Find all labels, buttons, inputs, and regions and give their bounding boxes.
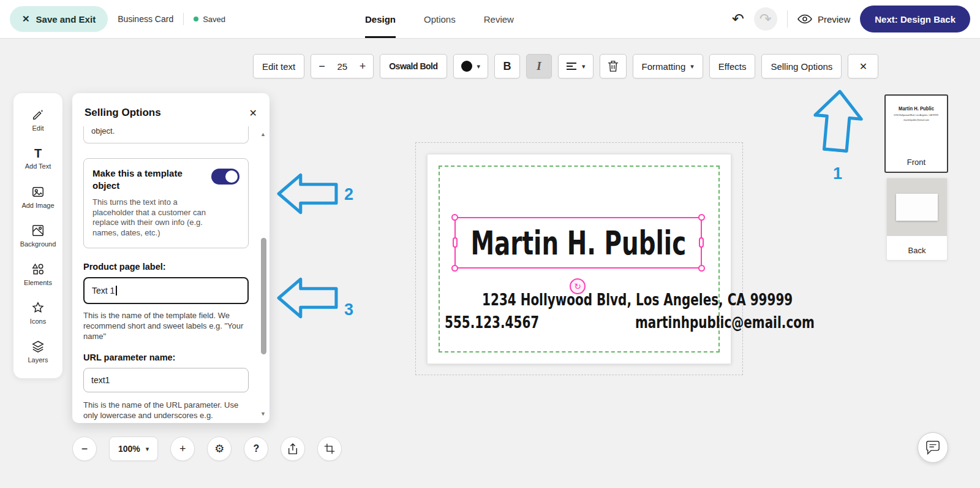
- sidebar-item-label: Add Text: [25, 162, 51, 170]
- resize-handle-bottom-left[interactable]: [451, 265, 458, 272]
- front-side-thumbnail[interactable]: Martin H. Public 1234 Hollywood Blvd, Lo…: [884, 94, 948, 173]
- panel-header: Selling Options ✕: [72, 93, 270, 119]
- template-object-card: Make this a template object This turns t…: [83, 158, 249, 248]
- bold-button[interactable]: B: [494, 54, 520, 78]
- preview-label: Preview: [818, 14, 850, 25]
- chat-widget-button[interactable]: [918, 432, 948, 463]
- resize-handle-middle-right[interactable]: [699, 237, 704, 248]
- help-button[interactable]: ?: [244, 437, 268, 461]
- eye-icon: [797, 14, 812, 24]
- card-address-line[interactable]: 1234 Hollywood Blvd, Los Angeles, CA 999…: [428, 290, 731, 309]
- sidebar-item-label: Add Image: [21, 202, 54, 209]
- product-page-label-value: Text 1: [92, 286, 115, 295]
- annotation-number-1: 1: [833, 164, 842, 183]
- settings-button[interactable]: ⚙: [207, 437, 232, 461]
- product-page-label-label: Product page label:: [83, 262, 249, 272]
- sidebar-item-label: Icons: [30, 318, 46, 325]
- tools-sidebar: Edit T Add Text Add Image Background Ele…: [13, 93, 62, 378]
- font-size-value[interactable]: 25: [335, 61, 350, 72]
- saved-label: Saved: [203, 15, 225, 24]
- redo-button[interactable]: ↷: [754, 7, 777, 31]
- header-divider-2: [787, 10, 788, 28]
- header: ✕ Save and Exit Business Card Saved Desi…: [0, 0, 980, 38]
- scrollbar-up-icon[interactable]: ▲: [260, 131, 266, 137]
- card-contact-line[interactable]: 555.123.4567 martinhpublic@email.com: [428, 313, 731, 332]
- share-icon: [287, 443, 298, 455]
- delete-button[interactable]: [600, 54, 627, 78]
- tab-design[interactable]: Design: [365, 0, 396, 38]
- zoom-out-button[interactable]: −: [72, 437, 97, 461]
- thumb-front-address: 1234 Hollywood Blvd, Los Angeles, CA 999…: [894, 113, 938, 116]
- share-button[interactable]: [281, 437, 305, 461]
- resize-handle-bottom-right[interactable]: [698, 265, 705, 272]
- font-size-decrease-button[interactable]: −: [318, 60, 325, 73]
- layers-icon: [31, 340, 45, 353]
- sidebar-item-icons[interactable]: Icons: [13, 294, 62, 332]
- sidebar-item-add-image[interactable]: Add Image: [13, 178, 62, 216]
- edit-text-button[interactable]: Edit text: [253, 54, 304, 78]
- saved-dot-icon: [194, 17, 198, 21]
- zoom-in-button[interactable]: +: [170, 437, 195, 461]
- plus-icon: +: [179, 443, 186, 456]
- sidebar-item-layers[interactable]: Layers: [13, 332, 62, 371]
- minus-icon: −: [81, 443, 88, 456]
- chevron-down-icon: ▾: [146, 445, 149, 453]
- trash-icon: [608, 60, 619, 72]
- italic-button[interactable]: I: [526, 54, 552, 78]
- sidebar-item-edit[interactable]: Edit: [13, 101, 62, 139]
- background-icon: [31, 224, 45, 237]
- product-page-label-input[interactable]: Text 1: [83, 277, 249, 304]
- text-color-button[interactable]: ▾: [453, 54, 489, 78]
- toolbar-close-button[interactable]: ✕: [848, 54, 878, 78]
- card-name-text[interactable]: Martin H. Public: [470, 224, 686, 262]
- effects-button[interactable]: Effects: [709, 54, 756, 78]
- url-parameter-label: URL parameter name:: [83, 353, 249, 362]
- template-toggle-description: This turns the text into a placeholder t…: [92, 197, 218, 238]
- header-left: ✕ Save and Exit Business Card Saved: [10, 0, 225, 38]
- save-and-exit-button[interactable]: ✕ Save and Exit: [10, 6, 108, 32]
- gear-icon: ⚙: [214, 442, 224, 456]
- annotation-arrow-up-1: [807, 87, 869, 154]
- undo-icon[interactable]: ↶: [732, 12, 744, 26]
- selling-options-button[interactable]: Selling Options: [761, 54, 842, 78]
- add-text-icon: T: [34, 147, 42, 159]
- scrollbar-down-icon[interactable]: ▼: [260, 411, 266, 417]
- font-size-increase-button[interactable]: +: [360, 60, 366, 73]
- resize-handle-top-right[interactable]: [698, 214, 705, 221]
- chevron-down-icon: ▾: [477, 63, 481, 71]
- panel-close-icon[interactable]: ✕: [249, 107, 257, 119]
- edit-pencil-icon: [31, 108, 45, 121]
- business-card-canvas[interactable]: Martin H. Public ↻ 1234 Hollywood Blvd, …: [427, 154, 731, 364]
- crop-button[interactable]: [317, 437, 342, 461]
- canvas-controls: − 100% ▾ + ⚙ ?: [72, 437, 342, 461]
- selected-text-object[interactable]: Martin H. Public: [454, 217, 702, 269]
- saved-status: Saved: [194, 15, 225, 24]
- text-align-button[interactable]: ▾: [558, 54, 594, 78]
- back-blank-card: [896, 194, 938, 221]
- resize-handle-top-left[interactable]: [451, 214, 458, 221]
- font-family-button[interactable]: Oswald Bold: [380, 54, 447, 78]
- sidebar-item-background[interactable]: Background: [13, 216, 62, 255]
- save-and-exit-label: Save and Exit: [36, 14, 96, 25]
- tab-review[interactable]: Review: [484, 0, 514, 38]
- clipped-scrolled-field: object.: [83, 126, 249, 143]
- tab-options[interactable]: Options: [424, 0, 456, 38]
- toggle-knob: [225, 170, 238, 183]
- zoom-level-dropdown[interactable]: 100% ▾: [109, 437, 158, 461]
- thumb-front-name: Martin H. Public: [899, 105, 934, 112]
- back-side-thumbnail[interactable]: Back: [886, 178, 948, 261]
- resize-handle-middle-left[interactable]: [453, 237, 458, 248]
- template-toggle[interactable]: [211, 169, 239, 185]
- back-thumbnail-label: Back: [908, 246, 926, 255]
- url-parameter-help: This is the name of the URL parameter. U…: [83, 400, 249, 421]
- sidebar-item-elements[interactable]: Elements: [13, 255, 62, 294]
- annotation-arrow-left-3: [277, 277, 338, 319]
- scrollbar-thumb[interactable]: [261, 238, 266, 354]
- next-design-back-button[interactable]: Next: Design Back: [860, 6, 970, 32]
- chevron-down-icon: ▾: [690, 63, 694, 71]
- formatting-button[interactable]: Formatting ▾: [633, 54, 703, 78]
- sidebar-item-add-text[interactable]: T Add Text: [13, 139, 62, 178]
- url-parameter-input[interactable]: [83, 368, 249, 392]
- close-icon: ✕: [22, 13, 30, 25]
- preview-button[interactable]: Preview: [797, 14, 850, 25]
